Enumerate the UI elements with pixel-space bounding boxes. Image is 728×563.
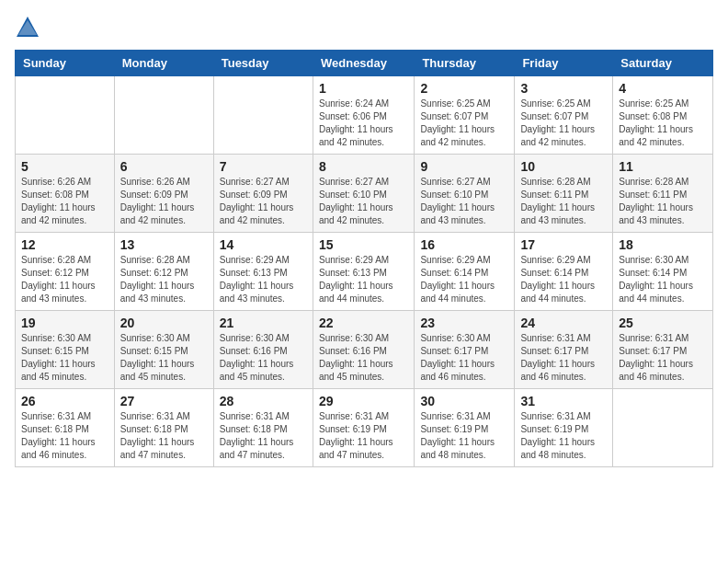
calendar-cell: 8Sunrise: 6:27 AMSunset: 6:10 PMDaylight… — [313, 155, 414, 233]
day-number: 27 — [120, 394, 208, 408]
calendar-cell: 1Sunrise: 6:24 AMSunset: 6:06 PMDaylight… — [313, 76, 414, 155]
day-info: Sunrise: 6:24 AMSunset: 6:06 PMDaylight:… — [319, 98, 393, 147]
day-info: Sunrise: 6:31 AMSunset: 6:17 PMDaylight:… — [520, 333, 595, 382]
calendar-table: Sunday Monday Tuesday Wednesday Thursday… — [15, 50, 713, 467]
day-number: 23 — [420, 316, 508, 330]
day-number: 31 — [520, 394, 607, 408]
day-number: 12 — [21, 237, 108, 252]
day-number: 24 — [520, 316, 607, 330]
day-info: Sunrise: 6:26 AMSunset: 6:08 PMDaylight:… — [21, 177, 96, 225]
day-info: Sunrise: 6:30 AMSunset: 6:14 PMDaylight:… — [619, 255, 693, 304]
calendar-cell: 23Sunrise: 6:30 AMSunset: 6:17 PMDayligh… — [415, 311, 515, 389]
calendar-cell: 11Sunrise: 6:28 AMSunset: 6:11 PMDayligh… — [613, 155, 713, 233]
calendar-cell: 22Sunrise: 6:30 AMSunset: 6:16 PMDayligh… — [313, 311, 414, 389]
day-number: 4 — [619, 81, 707, 96]
day-info: Sunrise: 6:30 AMSunset: 6:15 PMDaylight:… — [120, 333, 195, 382]
day-number: 13 — [120, 237, 208, 252]
header-monday: Monday — [114, 51, 213, 76]
svg-marker-1 — [18, 20, 37, 35]
day-info: Sunrise: 6:29 AMSunset: 6:14 PMDaylight:… — [420, 255, 495, 304]
day-number: 1 — [319, 81, 408, 96]
day-number: 30 — [420, 394, 508, 408]
day-number: 11 — [619, 159, 707, 174]
day-number: 6 — [120, 159, 208, 174]
calendar-cell: 14Sunrise: 6:29 AMSunset: 6:13 PMDayligh… — [213, 233, 313, 311]
day-number: 25 — [619, 316, 707, 330]
calendar-cell: 6Sunrise: 6:26 AMSunset: 6:09 PMDaylight… — [114, 155, 213, 233]
day-info: Sunrise: 6:27 AMSunset: 6:10 PMDaylight:… — [420, 177, 495, 225]
header-thursday: Thursday — [415, 51, 515, 76]
day-info: Sunrise: 6:31 AMSunset: 6:18 PMDaylight:… — [21, 411, 96, 460]
day-info: Sunrise: 6:29 AMSunset: 6:14 PMDaylight:… — [520, 255, 595, 304]
header-friday: Friday — [515, 51, 613, 76]
day-info: Sunrise: 6:30 AMSunset: 6:15 PMDaylight:… — [21, 333, 96, 382]
calendar-cell — [114, 76, 213, 155]
day-number: 29 — [319, 394, 408, 408]
page-header — [15, 15, 713, 40]
calendar-cell: 10Sunrise: 6:28 AMSunset: 6:11 PMDayligh… — [515, 155, 613, 233]
calendar-cell: 19Sunrise: 6:30 AMSunset: 6:15 PMDayligh… — [16, 311, 115, 389]
calendar-cell: 30Sunrise: 6:31 AMSunset: 6:19 PMDayligh… — [415, 389, 515, 467]
day-info: Sunrise: 6:31 AMSunset: 6:19 PMDaylight:… — [420, 411, 495, 460]
calendar-cell: 31Sunrise: 6:31 AMSunset: 6:19 PMDayligh… — [515, 389, 613, 467]
calendar-cell: 29Sunrise: 6:31 AMSunset: 6:19 PMDayligh… — [313, 389, 414, 467]
day-info: Sunrise: 6:30 AMSunset: 6:16 PMDaylight:… — [319, 333, 393, 382]
day-number: 21 — [220, 316, 307, 330]
logo — [15, 15, 44, 40]
calendar-cell: 16Sunrise: 6:29 AMSunset: 6:14 PMDayligh… — [415, 233, 515, 311]
calendar-cell: 17Sunrise: 6:29 AMSunset: 6:14 PMDayligh… — [515, 233, 613, 311]
day-info: Sunrise: 6:27 AMSunset: 6:10 PMDaylight:… — [319, 177, 393, 225]
weekday-header-row: Sunday Monday Tuesday Wednesday Thursday… — [16, 51, 713, 76]
calendar-cell: 2Sunrise: 6:25 AMSunset: 6:07 PMDaylight… — [415, 76, 515, 155]
day-info: Sunrise: 6:25 AMSunset: 6:07 PMDaylight:… — [420, 98, 495, 147]
calendar-cell: 13Sunrise: 6:28 AMSunset: 6:12 PMDayligh… — [114, 233, 213, 311]
calendar-cell: 3Sunrise: 6:25 AMSunset: 6:07 PMDaylight… — [515, 76, 613, 155]
day-info: Sunrise: 6:31 AMSunset: 6:19 PMDaylight:… — [520, 411, 595, 460]
day-info: Sunrise: 6:30 AMSunset: 6:16 PMDaylight:… — [220, 333, 294, 382]
calendar-cell: 7Sunrise: 6:27 AMSunset: 6:09 PMDaylight… — [213, 155, 313, 233]
day-number: 19 — [21, 316, 108, 330]
day-number: 2 — [420, 81, 508, 96]
day-number: 8 — [319, 159, 408, 174]
day-info: Sunrise: 6:27 AMSunset: 6:09 PMDaylight:… — [220, 177, 294, 225]
day-info: Sunrise: 6:25 AMSunset: 6:07 PMDaylight:… — [520, 98, 595, 147]
day-info: Sunrise: 6:28 AMSunset: 6:11 PMDaylight:… — [520, 177, 595, 225]
calendar-cell: 24Sunrise: 6:31 AMSunset: 6:17 PMDayligh… — [515, 311, 613, 389]
day-number: 14 — [220, 237, 307, 252]
day-number: 10 — [520, 159, 607, 174]
calendar-cell: 5Sunrise: 6:26 AMSunset: 6:08 PMDaylight… — [16, 155, 115, 233]
calendar-cell: 25Sunrise: 6:31 AMSunset: 6:17 PMDayligh… — [613, 311, 713, 389]
day-info: Sunrise: 6:29 AMSunset: 6:13 PMDaylight:… — [220, 255, 294, 304]
day-info: Sunrise: 6:28 AMSunset: 6:12 PMDaylight:… — [21, 255, 96, 304]
day-info: Sunrise: 6:31 AMSunset: 6:17 PMDaylight:… — [619, 333, 693, 382]
day-number: 7 — [220, 159, 307, 174]
day-number: 15 — [319, 237, 408, 252]
calendar-cell: 4Sunrise: 6:25 AMSunset: 6:08 PMDaylight… — [613, 76, 713, 155]
logo-icon — [15, 15, 40, 40]
calendar-cell: 15Sunrise: 6:29 AMSunset: 6:13 PMDayligh… — [313, 233, 414, 311]
calendar-cell: 26Sunrise: 6:31 AMSunset: 6:18 PMDayligh… — [16, 389, 115, 467]
calendar-cell: 9Sunrise: 6:27 AMSunset: 6:10 PMDaylight… — [415, 155, 515, 233]
day-info: Sunrise: 6:31 AMSunset: 6:18 PMDaylight:… — [120, 411, 195, 460]
day-number: 26 — [21, 394, 108, 408]
day-number: 16 — [420, 237, 508, 252]
calendar-cell: 21Sunrise: 6:30 AMSunset: 6:16 PMDayligh… — [213, 311, 313, 389]
header-saturday: Saturday — [613, 51, 713, 76]
day-number: 3 — [520, 81, 607, 96]
day-info: Sunrise: 6:26 AMSunset: 6:09 PMDaylight:… — [120, 177, 195, 225]
day-number: 5 — [21, 159, 108, 174]
header-sunday: Sunday — [16, 51, 115, 76]
day-info: Sunrise: 6:25 AMSunset: 6:08 PMDaylight:… — [619, 98, 693, 147]
header-wednesday: Wednesday — [313, 51, 414, 76]
calendar-cell: 20Sunrise: 6:30 AMSunset: 6:15 PMDayligh… — [114, 311, 213, 389]
header-tuesday: Tuesday — [213, 51, 313, 76]
day-info: Sunrise: 6:28 AMSunset: 6:11 PMDaylight:… — [619, 177, 693, 225]
calendar-cell: 28Sunrise: 6:31 AMSunset: 6:18 PMDayligh… — [213, 389, 313, 467]
calendar-cell: 18Sunrise: 6:30 AMSunset: 6:14 PMDayligh… — [613, 233, 713, 311]
day-number: 17 — [520, 237, 607, 252]
day-number: 18 — [619, 237, 707, 252]
calendar-body: 1Sunrise: 6:24 AMSunset: 6:06 PMDaylight… — [16, 76, 713, 467]
calendar-cell: 27Sunrise: 6:31 AMSunset: 6:18 PMDayligh… — [114, 389, 213, 467]
day-info: Sunrise: 6:28 AMSunset: 6:12 PMDaylight:… — [120, 255, 195, 304]
day-info: Sunrise: 6:29 AMSunset: 6:13 PMDaylight:… — [319, 255, 393, 304]
